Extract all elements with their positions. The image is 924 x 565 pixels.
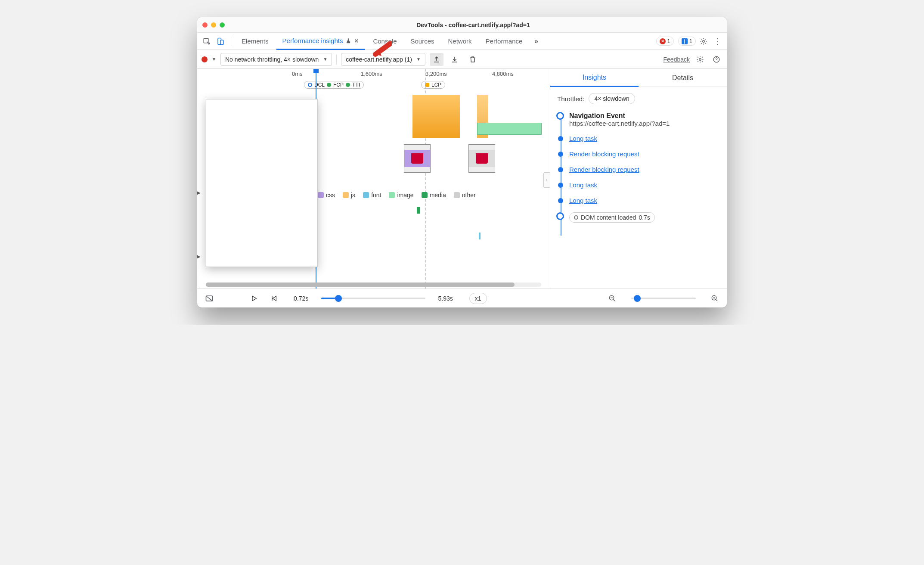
tab-elements[interactable]: Elements [236,33,275,50]
h-scroll-thumb[interactable] [206,282,515,287]
issues-count: 1 [689,38,692,44]
play-icon[interactable] [248,292,260,304]
playback-slider[interactable] [321,298,425,299]
side-tabs: Insights Details [550,69,727,87]
delete-button[interactable] [466,53,480,66]
legend-label: media [430,192,446,199]
slider-knob[interactable] [335,295,342,302]
track-font-item[interactable] [479,233,481,239]
svg-point-3 [703,40,705,42]
insight-link[interactable]: Render blocking request [569,166,639,173]
insights-toolbar: ▼ No network throttling, 4× slowdown ▼ c… [197,50,727,69]
feedback-link[interactable]: Feedback [664,56,690,63]
inspect-element-icon[interactable] [201,35,213,47]
svg-point-4 [699,58,701,60]
issue-icon: ❙ [682,38,688,44]
insights-body: Throttled: 4× slowdown Navigation Event … [550,87,727,289]
dcl-item[interactable]: DOM content loaded 0.7s [569,212,720,223]
import-button[interactable] [448,53,462,66]
nav-event-item[interactable]: Navigation Event https://coffee-cart.net… [569,112,720,127]
insight-link[interactable]: Render blocking request [569,150,639,158]
errors-badge[interactable]: ✕ 1 [656,37,674,46]
minimize-window-button[interactable] [211,22,216,28]
track-media-item[interactable] [417,207,420,214]
help-icon[interactable] [710,53,722,65]
export-button[interactable] [430,53,443,66]
toggle-visibility-icon[interactable] [203,292,215,304]
flask-icon [345,38,351,44]
network-legend: css js font image media other [318,192,476,199]
legend-css-icon [318,192,324,198]
insight-item[interactable]: Long task [569,197,720,205]
traffic-lights [202,22,225,28]
hover-preview [206,99,318,267]
rewind-icon[interactable] [268,292,280,304]
tab-label: Performance insights [282,37,343,44]
marker-label: TTI [352,82,360,88]
marker-lcp[interactable]: LCP [421,81,445,89]
legend-image-icon [389,192,395,198]
errors-count: 1 [667,38,670,44]
more-options-icon[interactable]: ⋮ [711,35,723,47]
insight-item[interactable]: Render blocking request [569,150,720,158]
block-main-thread[interactable] [412,95,460,138]
throttling-select[interactable]: No network throttling, 4× slowdown ▼ [220,53,332,66]
panel-settings-icon[interactable] [694,53,706,65]
h-scrollbar[interactable] [206,282,541,287]
insight-item[interactable]: Long task [569,181,720,189]
divider [336,54,337,65]
tick-label: 3,200ms [425,71,447,77]
tick-label: 1,600ms [361,71,382,77]
playback-bar: 0.72s 5.93s x1 [197,289,727,307]
close-window-button[interactable] [202,22,208,28]
zoom-knob[interactable] [634,295,641,302]
window-title: DevTools - coffee-cart.netlify.app/?ad=1 [225,22,722,28]
tick-label: 4,800ms [492,71,514,77]
marker-dcl[interactable]: DCL FCP TTI [304,81,364,89]
device-toolbar-icon[interactable] [214,35,226,47]
insight-item[interactable]: Long task [569,135,720,143]
record-button[interactable] [202,56,208,62]
expand-side-icon[interactable]: › [543,172,550,188]
insight-link[interactable]: Long task [569,197,597,204]
tab-details[interactable]: Details [639,69,727,87]
expand-track-icon[interactable]: ▶ [197,254,201,259]
record-menu-chevron[interactable]: ▼ [212,57,216,62]
zoom-in-icon[interactable] [709,292,721,304]
marker-label: FCP [333,82,344,88]
more-tabs-icon[interactable]: » [530,35,542,47]
insight-item[interactable]: Render blocking request [569,166,720,174]
zoom-window-button[interactable] [220,22,225,28]
filmstrip-frame[interactable] [468,144,495,173]
close-tab-icon[interactable]: ✕ [354,37,359,44]
zoom-out-icon[interactable] [606,292,618,304]
insight-link[interactable]: Long task [569,135,597,142]
chevron-down-icon: ▼ [323,57,327,62]
dcl-icon [308,83,312,87]
issues-badge[interactable]: ❙ 1 [678,37,696,46]
insights-timeline: Navigation Event https://coffee-cart.net… [557,112,720,223]
legend-js-icon [343,192,349,198]
dcl-time: 0.7s [639,214,650,221]
throttled-pill[interactable]: 4× slowdown [589,93,635,104]
tab-sources[interactable]: Sources [404,33,440,50]
throttled-row: Throttled: 4× slowdown [557,93,720,104]
insights-panel: Insights Details Throttled: 4× slowdown … [550,69,727,289]
zoom-slider[interactable] [631,298,696,299]
speed-pill[interactable]: x1 [469,293,487,304]
dcl-label: DOM content loaded [581,214,636,221]
tab-performance[interactable]: Performance [480,33,529,50]
divider [231,37,231,46]
time-start: 0.72s [294,295,308,302]
timeline-panel[interactable]: 0ms 1,600ms 3,200ms 4,800ms DCL FCP TTI … [197,69,550,289]
tab-performance-insights[interactable]: Performance insights ✕ [276,33,366,50]
tab-insights[interactable]: Insights [550,69,639,87]
block-network[interactable] [477,123,542,135]
tti-icon [346,83,350,87]
insight-link[interactable]: Long task [569,181,597,189]
expand-track-icon[interactable]: ▶ [197,190,201,195]
filmstrip-frame[interactable] [404,144,431,173]
tab-network[interactable]: Network [442,33,478,50]
settings-icon[interactable] [698,35,710,47]
legend-other-icon [454,192,460,198]
